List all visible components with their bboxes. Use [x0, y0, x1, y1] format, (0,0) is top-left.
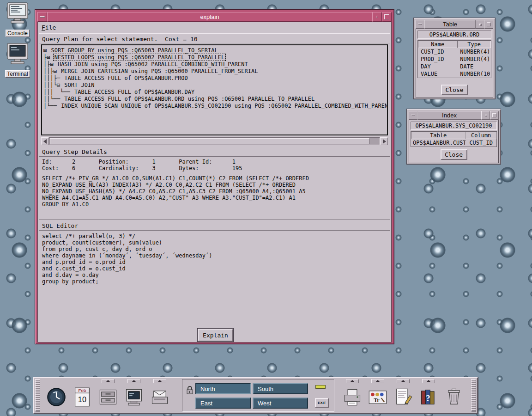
- terminal-button[interactable]: [122, 383, 146, 411]
- tree-branch-lines: │├⊟: [43, 61, 57, 67]
- minimize-button[interactable]: [372, 12, 382, 22]
- calendar-icon: Feb 10: [73, 386, 91, 408]
- file-manager-button[interactable]: [96, 383, 120, 411]
- sql-editor-heading: SQL Editor: [42, 222, 78, 229]
- list-header: TableColumn: [411, 132, 496, 139]
- scrollbar-trough[interactable]: [49, 137, 380, 145]
- mail-subpanel-arrow-icon[interactable]: [153, 379, 166, 383]
- mail-button[interactable]: [148, 383, 172, 411]
- list-header: NameType: [418, 41, 491, 48]
- column-header-column: Column: [466, 132, 496, 139]
- titlebar[interactable]: explain: [37, 12, 392, 22]
- panel-terminal-icon: [124, 387, 144, 407]
- plan-tree-node[interactable]: │└── INDEX UNIQUE SCAN UNIQUE of OPS$ALA…: [43, 103, 386, 110]
- titlebar[interactable]: Index: [409, 111, 499, 120]
- explain-button[interactable]: Explain: [198, 329, 233, 342]
- window-frame[interactable]: Table OPS$ALANBUR.ORD NameType CUST_IDNU…: [413, 18, 496, 99]
- panel-handle-right[interactable]: [471, 379, 476, 412]
- text-editor-button[interactable]: [391, 383, 415, 411]
- tree-node-label[interactable]: NESTED LOOPS using PQS :Q65002 PARALLEL_…: [54, 54, 225, 61]
- window-frame[interactable]: Index OPS$ALANBUR.SYS_CO02190 TableColum…: [406, 109, 501, 165]
- printer-button[interactable]: [340, 383, 364, 411]
- calendar-day-text: 10: [78, 395, 86, 404]
- minimize-icon: [485, 115, 487, 117]
- tree-node-label[interactable]: MERGE JOIN CARTESIAN using PQS :Q65000 P…: [60, 68, 259, 74]
- plan-tree-node[interactable]: ││├⊟ MERGE JOIN CARTESIAN using PQS :Q65…: [43, 68, 386, 75]
- help-subpanel-arrow-icon[interactable]: [422, 379, 435, 383]
- help-icon: ?: [418, 387, 439, 407]
- desktop-icon-terminal[interactable]: Terminal: [3, 43, 32, 80]
- column-type-cell: DATE: [457, 63, 491, 70]
- index-object-name: OPS$ALANBUR.SYS_CO02190: [411, 122, 497, 130]
- column-name-cell: CUST_ID: [418, 48, 457, 55]
- horizontal-scrollbar[interactable]: [41, 137, 388, 145]
- plan-tree-node[interactable]: │││├─ TABLE ACCESS FULL of OPS$ALANBUR.P…: [43, 75, 386, 82]
- list-rows: CUST_IDNUMBER(4)PROD_IDNUMBER(4)DAYDATEV…: [418, 48, 491, 78]
- scrollbar-thumb[interactable]: [50, 138, 369, 144]
- maximize-button[interactable]: [382, 12, 392, 22]
- plan-tree-node[interactable]: ││└── TABLE ACCESS FULL of OPS$ALANBUR.O…: [43, 96, 386, 103]
- plan-tree-node[interactable]: ├⊟ NESTED LOOPS using PQS :Q65002 PARALL…: [43, 54, 386, 61]
- step-sql: SELECT /*+ PIV_GB */ A1.C0 C0,SUM(A1.C1)…: [42, 175, 387, 208]
- column-header-type: Type: [457, 41, 491, 48]
- window-menu-button[interactable]: [416, 20, 424, 29]
- minimize-button[interactable]: [481, 111, 490, 120]
- close-button[interactable]: Close: [441, 149, 467, 160]
- calendar-button[interactable]: Feb 10: [70, 383, 94, 411]
- titlebar[interactable]: Table: [416, 20, 493, 29]
- table-columns-list: NameType CUST_IDNUMBER(4)PROD_IDNUMBER(4…: [417, 40, 491, 78]
- workspace-switcher: NorthSouthEastWest: [195, 383, 308, 409]
- desktop-icon-console[interactable]: Console: [3, 2, 32, 39]
- files-subpanel-arrow-icon[interactable]: [102, 379, 115, 383]
- plan-tree-node[interactable]: ⊟ SORT GROUP BY using PQS :Q65003 PARALL…: [43, 47, 386, 54]
- lock-icon[interactable]: [186, 385, 194, 395]
- index-window: Index OPS$ALANBUR.SYS_CO02190 TableColum…: [406, 109, 501, 165]
- table-row[interactable]: CUST_IDNUMBER(4): [418, 48, 491, 55]
- help-button[interactable]: ?: [417, 383, 441, 411]
- tree-node-label[interactable]: INDEX UNIQUE SCAN UNIQUE of OPS$ALANBUR.…: [60, 103, 388, 109]
- trash-button[interactable]: [442, 383, 466, 411]
- column-header-table: Table: [411, 132, 466, 139]
- column-type-cell: NUMBER(4): [457, 48, 491, 55]
- workspace-button[interactable]: North: [195, 383, 251, 394]
- scroll-right-arrow-icon[interactable]: [380, 137, 388, 145]
- tree-node-label[interactable]: TABLE ACCESS FULL of OPS$ALANBUR.DAY: [73, 89, 195, 95]
- separator: [39, 156, 390, 157]
- scroll-left-arrow-icon[interactable]: [41, 137, 49, 145]
- step-stats: Id: 2 Position: 1 Parent Id: 1 Cost: 6 C…: [42, 159, 387, 171]
- plan-tree-node[interactable]: │││└⊟ SORT JOIN: [43, 82, 386, 89]
- style-manager-button[interactable]: Tr: [366, 383, 390, 411]
- tree-node-label[interactable]: HASH JOIN using PQS :Q65002 PARALLEL_COM…: [57, 61, 249, 67]
- style-subpanel-arrow-icon[interactable]: [371, 379, 384, 383]
- table-row[interactable]: DAYDATE: [418, 63, 491, 70]
- plan-tree-node[interactable]: │││ └── TABLE ACCESS FULL of OPS$ALANBUR…: [43, 89, 386, 96]
- terminal-subpanel-arrow-icon[interactable]: [127, 379, 140, 383]
- plan-tree-node[interactable]: │├⊟ HASH JOIN using PQS :Q65002 PARALLEL…: [43, 61, 386, 68]
- sql-editor-text[interactable]: select /*+ parallel(o, 3) */ product, co…: [42, 233, 387, 324]
- maximize-button[interactable]: [484, 20, 493, 29]
- workspace-button[interactable]: West: [253, 398, 308, 409]
- exit-button[interactable]: EXIT: [315, 398, 329, 408]
- window-frame[interactable]: explain File Query Plan for select state…: [35, 9, 394, 344]
- tree-node-label[interactable]: SORT JOIN: [63, 82, 95, 88]
- table-row[interactable]: VALUENUMBER(10,2): [418, 70, 491, 78]
- window-menu-button[interactable]: [37, 12, 47, 22]
- front-panel: Feb 10: [33, 377, 478, 414]
- query-plan-tree[interactable]: ⊟ SORT GROUP BY using PQS :Q65003 PARALL…: [41, 44, 388, 135]
- maximize-button[interactable]: [490, 111, 499, 120]
- table-row[interactable]: PROD_IDNUMBER(4): [418, 55, 491, 63]
- window-menu-button[interactable]: [409, 111, 417, 120]
- printer-subpanel-arrow-icon[interactable]: [346, 379, 359, 383]
- tree-node-label[interactable]: TABLE ACCESS FULL of OPS$ALANBUR.ORD usi…: [63, 96, 315, 102]
- menu-file[interactable]: File: [42, 22, 56, 33]
- tree-node-label[interactable]: SORT GROUP BY using PQS :Q65003 PARALLEL…: [50, 47, 218, 54]
- tree-node-label[interactable]: TABLE ACCESS FULL of OPS$ALANBUR.PROD: [63, 75, 188, 81]
- clock-button[interactable]: [44, 383, 68, 411]
- minimize-button[interactable]: [476, 20, 484, 29]
- index-row[interactable]: OPS$ALANBUR.CUSTCUST_ID: [411, 139, 496, 147]
- close-button[interactable]: Close: [441, 85, 468, 95]
- workspace-button[interactable]: East: [195, 398, 251, 409]
- panel-handle-left[interactable]: [35, 379, 40, 412]
- editor-subpanel-arrow-icon[interactable]: [397, 379, 410, 383]
- workspace-button[interactable]: South: [253, 383, 308, 394]
